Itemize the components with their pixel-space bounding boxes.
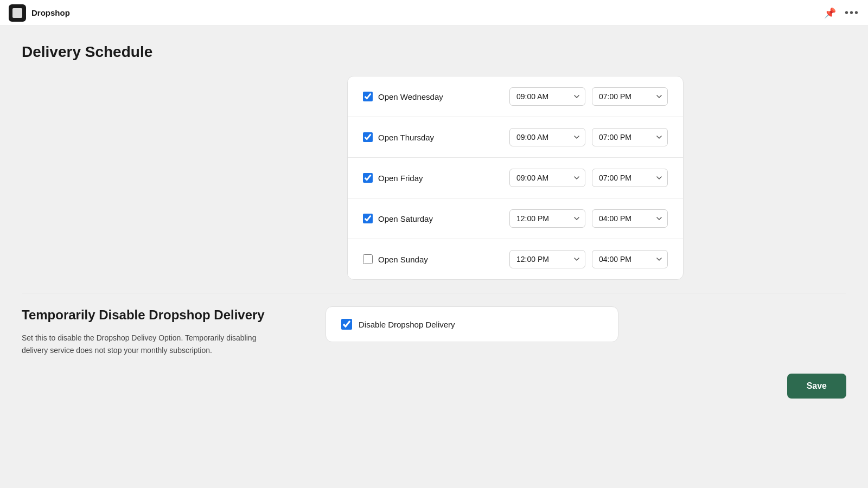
schedule-row-right-thursday: 09:00 AM10:00 AM11:00 AM12:00 PM07:00 PM…: [471, 128, 668, 146]
label-sunday: Open Sunday: [378, 255, 428, 264]
label-friday: Open Friday: [378, 174, 423, 183]
schedule-row-right-sunday: 09:00 AM10:00 AM11:00 AM12:00 PM04:00 PM…: [471, 250, 668, 268]
app-name: Dropshop: [31, 8, 70, 17]
checkbox-thursday[interactable]: [363, 132, 373, 142]
schedule-row-thursday: Open Thursday09:00 AM10:00 AM11:00 AM12:…: [348, 117, 683, 158]
checkbox-friday[interactable]: [363, 173, 373, 183]
start-time-select-thursday[interactable]: 09:00 AM10:00 AM11:00 AM12:00 PM: [509, 128, 585, 146]
label-saturday: Open Saturday: [378, 214, 433, 223]
pin-icon[interactable]: 📌: [824, 7, 836, 19]
schedule-row-friday: Open Friday09:00 AM10:00 AM11:00 AM12:00…: [348, 158, 683, 198]
label-wednesday: Open Wednesday: [378, 92, 443, 101]
topbar-right: 📌 •••: [824, 7, 859, 19]
end-time-select-friday[interactable]: 07:00 PM08:00 PM09:00 PM06:00 PM: [592, 169, 668, 187]
checkbox-sunday[interactable]: [363, 254, 373, 264]
schedule-row-left-thursday: Open Thursday: [363, 132, 471, 142]
schedule-row-right-friday: 09:00 AM10:00 AM11:00 AM12:00 PM07:00 PM…: [471, 169, 668, 187]
checkbox-saturday[interactable]: [363, 214, 373, 223]
schedule-row-saturday: Open Saturday09:00 AM10:00 AM11:00 AM12:…: [348, 198, 683, 239]
end-time-select-thursday[interactable]: 07:00 PM08:00 PM09:00 PM06:00 PM: [592, 128, 668, 146]
app-logo: [9, 4, 26, 22]
end-time-select-wednesday[interactable]: 07:00 PM08:00 PM09:00 PM06:00 PM: [592, 87, 668, 106]
schedule-row-left-friday: Open Friday: [363, 173, 471, 183]
schedule-row-left-saturday: Open Saturday: [363, 214, 471, 223]
schedule-row-right-saturday: 09:00 AM10:00 AM11:00 AM12:00 PM04:00 PM…: [471, 209, 668, 228]
end-time-select-sunday[interactable]: 04:00 PM05:00 PM06:00 PM07:00 PM: [592, 250, 668, 268]
disable-section: Temporarily Disable Dropshop Delivery Se…: [22, 306, 846, 356]
schedule-row-wednesday: Open Wednesday09:00 AM10:00 AM11:00 AM12…: [348, 76, 683, 117]
schedule-row-sunday: Open Sunday09:00 AM10:00 AM11:00 AM12:00…: [348, 239, 683, 279]
schedule-card: Open Wednesday09:00 AM10:00 AM11:00 AM12…: [347, 76, 684, 280]
section-divider: [22, 293, 846, 293]
topbar: Dropshop 📌 •••: [0, 0, 868, 26]
end-time-select-saturday[interactable]: 04:00 PM05:00 PM06:00 PM07:00 PM: [592, 209, 668, 228]
schedule-row-left-sunday: Open Sunday: [363, 254, 471, 264]
disable-section-desc: Set this to disable the Dropshop Delivey…: [22, 332, 282, 356]
disable-delivery-label: Disable Dropshop Delivery: [359, 320, 455, 329]
page-title: Delivery Schedule: [22, 43, 846, 61]
start-time-select-wednesday[interactable]: 09:00 AM10:00 AM11:00 AM12:00 PM: [509, 87, 585, 106]
more-options-icon[interactable]: •••: [845, 7, 859, 19]
schedule-row-left-wednesday: Open Wednesday: [363, 92, 471, 101]
main-content: Delivery Schedule Open Wednesday09:00 AM…: [0, 26, 868, 488]
start-time-select-sunday[interactable]: 09:00 AM10:00 AM11:00 AM12:00 PM: [509, 250, 585, 268]
topbar-left: Dropshop: [9, 4, 70, 22]
disable-delivery-checkbox[interactable]: [341, 319, 352, 330]
disable-section-text: Temporarily Disable Dropshop Delivery Se…: [22, 306, 282, 356]
save-row: Save: [22, 374, 846, 399]
label-thursday: Open Thursday: [378, 133, 434, 142]
disable-section-title: Temporarily Disable Dropshop Delivery: [22, 306, 282, 323]
start-time-select-friday[interactable]: 09:00 AM10:00 AM11:00 AM12:00 PM: [509, 169, 585, 187]
save-button[interactable]: Save: [787, 374, 846, 399]
start-time-select-saturday[interactable]: 09:00 AM10:00 AM11:00 AM12:00 PM: [509, 209, 585, 228]
schedule-row-right-wednesday: 09:00 AM10:00 AM11:00 AM12:00 PM07:00 PM…: [471, 87, 668, 106]
checkbox-wednesday[interactable]: [363, 92, 373, 101]
disable-card: Disable Dropshop Delivery: [326, 306, 618, 342]
